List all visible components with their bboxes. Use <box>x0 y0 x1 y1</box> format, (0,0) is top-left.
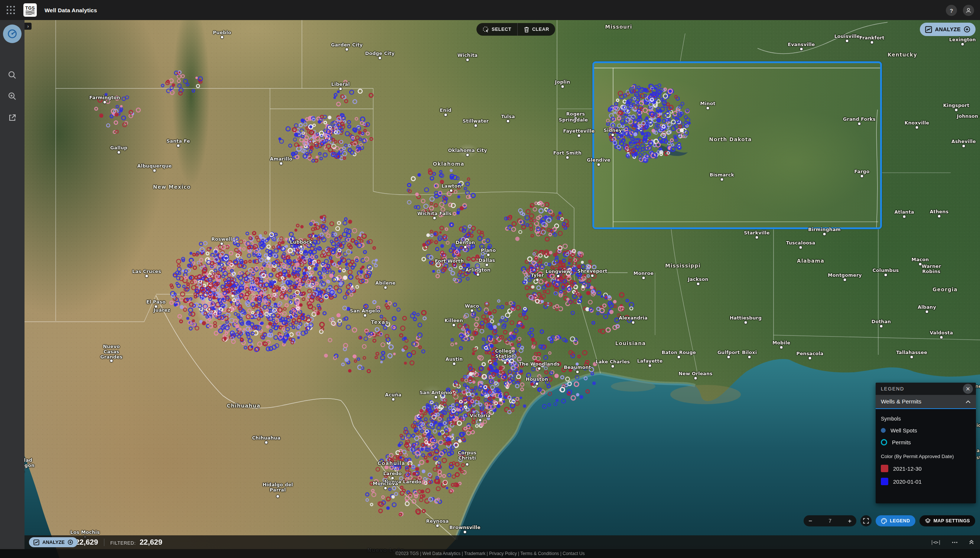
analyze-label: ANALYZE <box>935 26 961 32</box>
chevron-right-icon: › <box>28 24 29 29</box>
search-result-value: 22,629 <box>75 538 98 546</box>
map-settings-button[interactable]: MAP SETTINGS <box>919 515 975 527</box>
chart-icon <box>33 540 39 545</box>
profile-button[interactable] <box>963 5 974 16</box>
select-button[interactable]: SELECT <box>476 23 517 36</box>
legend-symbol-label: Well Spots <box>890 427 917 433</box>
zoom-level: 7 <box>828 518 831 524</box>
palette-icon <box>881 518 887 524</box>
plus-circle-icon <box>67 540 73 545</box>
close-icon: ✕ <box>965 386 970 392</box>
filtered-label: FILTERED: <box>110 540 136 546</box>
color-swatch <box>881 478 888 485</box>
open-in-new-icon <box>8 113 17 122</box>
legend-button-label: LEGEND <box>890 518 910 524</box>
legend-symbol-label: Permits <box>892 439 911 445</box>
left-sidebar <box>0 20 25 550</box>
sidebar-item-dashboard[interactable] <box>3 25 21 43</box>
status-bar: ANALYZE SEARCH RESULT: 22,629 FILTERED: … <box>25 535 980 549</box>
more-options-button[interactable] <box>952 541 958 543</box>
legend-color-label: 2021-12-30 <box>893 466 922 472</box>
app-grid-icon[interactable] <box>7 6 16 15</box>
legend-button[interactable]: LEGEND <box>876 515 915 527</box>
legend-symbols-heading: Symbols <box>881 416 971 422</box>
person-icon <box>965 7 972 14</box>
help-button[interactable]: ? <box>946 5 957 16</box>
legend-close-button[interactable]: ✕ <box>963 384 973 394</box>
legend-group-wells-permits[interactable]: Wells & Permits <box>876 395 976 409</box>
search-icon <box>7 70 17 80</box>
plus-circle-icon <box>964 26 970 33</box>
legend-symbol-item: Well Spots <box>881 427 971 433</box>
well-spot-symbol <box>881 428 886 433</box>
fullscreen-icon <box>863 518 869 524</box>
collapse-panel-button[interactable] <box>969 540 974 545</box>
tgs-logo-text: TGS <box>25 6 35 10</box>
sidebar-item-advanced-search[interactable] <box>7 91 17 101</box>
color-swatch <box>881 465 888 472</box>
sidebar-item-export[interactable] <box>7 113 17 123</box>
legend-symbol-list: Well SpotsPermits <box>881 427 971 445</box>
collapse-width-button[interactable]: |<>| <box>931 540 941 545</box>
search-star-icon <box>7 91 17 101</box>
tgs-waves-icon <box>25 10 35 15</box>
app-header: TGS Well Data Analytics ? <box>0 0 980 20</box>
map-settings-label: MAP SETTINGS <box>934 518 970 524</box>
zoom-in-button[interactable]: + <box>848 518 851 524</box>
zoom-control: − 7 + <box>803 515 856 527</box>
legend-color-item: 2020-01-01 <box>881 478 971 485</box>
legend-color-list: 2021-12-302020-01-01 <box>881 465 971 485</box>
legend-panel-title: LEGEND <box>881 386 904 392</box>
analyze-button-bottom[interactable]: ANALYZE <box>29 537 78 547</box>
permit-ring-symbol <box>881 439 887 445</box>
legend-color-heading: Color (By Permit Approved Date) <box>881 454 971 459</box>
legend-color-label: 2020-01-01 <box>893 479 922 485</box>
layers-icon <box>925 518 931 524</box>
sidebar-expand-tab[interactable]: › <box>25 23 31 30</box>
chart-icon <box>925 26 932 33</box>
app-window: MissouriKentuckyNew MexicoOklahomaTexasM… <box>0 0 980 558</box>
chevron-up-icon <box>965 400 971 404</box>
legend-color-item: 2021-12-30 <box>881 465 971 472</box>
legend-symbol-item: Permits <box>881 439 971 445</box>
map-viewport[interactable]: MissouriKentuckyNew MexicoOklahomaTexasM… <box>0 0 980 558</box>
footer-bar: ©2023 TGS | Well Data Analytics | Tradem… <box>0 549 980 558</box>
clear-button[interactable]: CLEAR <box>518 23 555 36</box>
sidebar-item-search[interactable] <box>7 70 17 80</box>
map-toolbar: SELECT CLEAR <box>476 23 555 36</box>
ellipsis-icon <box>952 541 958 543</box>
legend-panel: LEGEND ✕ Wells & Permits Symbols Well Sp… <box>876 382 976 504</box>
analyze-button-top[interactable]: ANALYZE <box>920 23 975 36</box>
filtered-value: 22,629 <box>140 538 162 546</box>
select-label: SELECT <box>492 27 511 32</box>
legend-group-title: Wells & Permits <box>881 398 921 405</box>
help-icon: ? <box>949 7 953 14</box>
zoom-out-button[interactable]: − <box>808 518 812 524</box>
fullscreen-button[interactable] <box>861 515 872 527</box>
double-chevron-up-icon <box>969 540 974 545</box>
tgs-logo: TGS <box>23 3 37 17</box>
lasso-select-icon <box>483 26 489 33</box>
analyze-label: ANALYZE <box>43 540 65 545</box>
well-dots-canvas <box>0 0 980 558</box>
clear-label: CLEAR <box>532 27 549 32</box>
map-controls: − 7 + LEGEND MAP SETTINGS <box>803 515 975 527</box>
app-title: Well Data Analytics <box>44 0 97 20</box>
gauge-icon <box>7 28 18 39</box>
legend-body: Symbols Well SpotsPermits Color (By Perm… <box>876 409 976 487</box>
filtered-result: FILTERED: 22,629 <box>110 538 162 547</box>
legend-panel-header: LEGEND ✕ <box>876 382 976 395</box>
attribution-text: ©2023 TGS | Well Data Analytics | Tradem… <box>396 551 585 556</box>
trash-icon <box>524 26 530 33</box>
